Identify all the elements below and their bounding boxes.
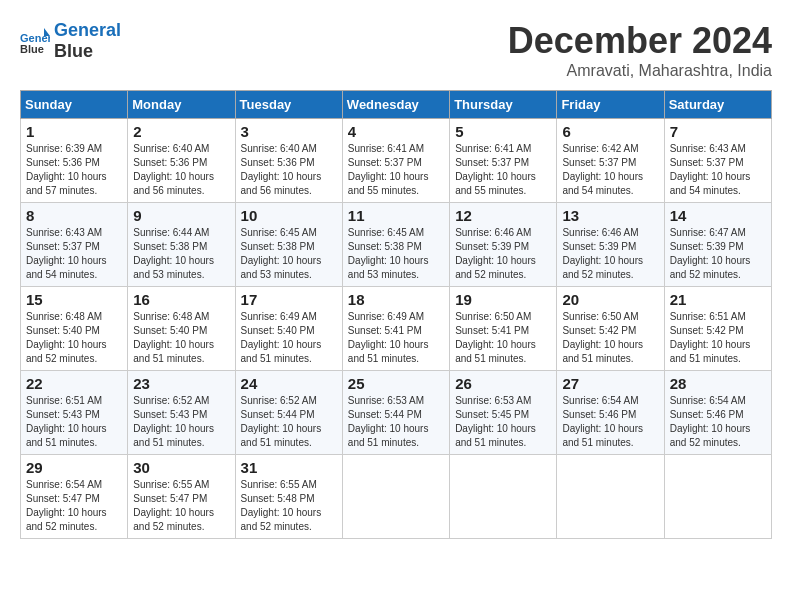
table-row: 2 Sunrise: 6:40 AM Sunset: 5:36 PM Dayli… xyxy=(128,119,235,203)
day-info: Sunrise: 6:47 AM Sunset: 5:39 PM Dayligh… xyxy=(670,226,766,282)
day-info: Sunrise: 6:49 AM Sunset: 5:41 PM Dayligh… xyxy=(348,310,444,366)
logo-line2: Blue xyxy=(54,41,121,62)
table-row: 21 Sunrise: 6:51 AM Sunset: 5:42 PM Dayl… xyxy=(664,287,771,371)
day-number: 18 xyxy=(348,291,444,308)
day-info: Sunrise: 6:46 AM Sunset: 5:39 PM Dayligh… xyxy=(562,226,658,282)
day-number: 30 xyxy=(133,459,229,476)
day-number: 5 xyxy=(455,123,551,140)
day-number: 20 xyxy=(562,291,658,308)
day-number: 19 xyxy=(455,291,551,308)
table-row: 8 Sunrise: 6:43 AM Sunset: 5:37 PM Dayli… xyxy=(21,203,128,287)
calendar-header-row: Sunday Monday Tuesday Wednesday Thursday… xyxy=(21,91,772,119)
day-info: Sunrise: 6:54 AM Sunset: 5:46 PM Dayligh… xyxy=(562,394,658,450)
day-info: Sunrise: 6:44 AM Sunset: 5:38 PM Dayligh… xyxy=(133,226,229,282)
table-row xyxy=(342,455,449,539)
col-saturday: Saturday xyxy=(664,91,771,119)
day-info: Sunrise: 6:55 AM Sunset: 5:47 PM Dayligh… xyxy=(133,478,229,534)
table-row: 27 Sunrise: 6:54 AM Sunset: 5:46 PM Dayl… xyxy=(557,371,664,455)
logo-icon: General Blue xyxy=(20,26,50,56)
table-row: 12 Sunrise: 6:46 AM Sunset: 5:39 PM Dayl… xyxy=(450,203,557,287)
day-number: 11 xyxy=(348,207,444,224)
table-row: 20 Sunrise: 6:50 AM Sunset: 5:42 PM Dayl… xyxy=(557,287,664,371)
calendar-week-row: 22 Sunrise: 6:51 AM Sunset: 5:43 PM Dayl… xyxy=(21,371,772,455)
day-number: 4 xyxy=(348,123,444,140)
table-row: 13 Sunrise: 6:46 AM Sunset: 5:39 PM Dayl… xyxy=(557,203,664,287)
day-info: Sunrise: 6:54 AM Sunset: 5:47 PM Dayligh… xyxy=(26,478,122,534)
day-number: 29 xyxy=(26,459,122,476)
day-info: Sunrise: 6:46 AM Sunset: 5:39 PM Dayligh… xyxy=(455,226,551,282)
day-number: 12 xyxy=(455,207,551,224)
month-title: December 2024 xyxy=(508,20,772,62)
day-number: 1 xyxy=(26,123,122,140)
table-row: 26 Sunrise: 6:53 AM Sunset: 5:45 PM Dayl… xyxy=(450,371,557,455)
table-row: 18 Sunrise: 6:49 AM Sunset: 5:41 PM Dayl… xyxy=(342,287,449,371)
col-thursday: Thursday xyxy=(450,91,557,119)
day-number: 16 xyxy=(133,291,229,308)
table-row: 29 Sunrise: 6:54 AM Sunset: 5:47 PM Dayl… xyxy=(21,455,128,539)
calendar-week-row: 1 Sunrise: 6:39 AM Sunset: 5:36 PM Dayli… xyxy=(21,119,772,203)
calendar-week-row: 8 Sunrise: 6:43 AM Sunset: 5:37 PM Dayli… xyxy=(21,203,772,287)
day-number: 23 xyxy=(133,375,229,392)
day-info: Sunrise: 6:50 AM Sunset: 5:42 PM Dayligh… xyxy=(562,310,658,366)
calendar-week-row: 29 Sunrise: 6:54 AM Sunset: 5:47 PM Dayl… xyxy=(21,455,772,539)
day-info: Sunrise: 6:51 AM Sunset: 5:43 PM Dayligh… xyxy=(26,394,122,450)
day-info: Sunrise: 6:43 AM Sunset: 5:37 PM Dayligh… xyxy=(26,226,122,282)
table-row xyxy=(664,455,771,539)
day-info: Sunrise: 6:51 AM Sunset: 5:42 PM Dayligh… xyxy=(670,310,766,366)
day-number: 31 xyxy=(241,459,337,476)
table-row: 25 Sunrise: 6:53 AM Sunset: 5:44 PM Dayl… xyxy=(342,371,449,455)
day-number: 14 xyxy=(670,207,766,224)
day-info: Sunrise: 6:50 AM Sunset: 5:41 PM Dayligh… xyxy=(455,310,551,366)
day-number: 25 xyxy=(348,375,444,392)
day-info: Sunrise: 6:41 AM Sunset: 5:37 PM Dayligh… xyxy=(455,142,551,198)
calendar-table: Sunday Monday Tuesday Wednesday Thursday… xyxy=(20,90,772,539)
page-header: General Blue General Blue December 2024 … xyxy=(20,20,772,80)
day-number: 15 xyxy=(26,291,122,308)
day-info: Sunrise: 6:55 AM Sunset: 5:48 PM Dayligh… xyxy=(241,478,337,534)
day-info: Sunrise: 6:40 AM Sunset: 5:36 PM Dayligh… xyxy=(241,142,337,198)
day-number: 13 xyxy=(562,207,658,224)
day-number: 22 xyxy=(26,375,122,392)
day-info: Sunrise: 6:54 AM Sunset: 5:46 PM Dayligh… xyxy=(670,394,766,450)
table-row xyxy=(450,455,557,539)
table-row: 7 Sunrise: 6:43 AM Sunset: 5:37 PM Dayli… xyxy=(664,119,771,203)
table-row: 17 Sunrise: 6:49 AM Sunset: 5:40 PM Dayl… xyxy=(235,287,342,371)
table-row: 22 Sunrise: 6:51 AM Sunset: 5:43 PM Dayl… xyxy=(21,371,128,455)
col-monday: Monday xyxy=(128,91,235,119)
day-info: Sunrise: 6:42 AM Sunset: 5:37 PM Dayligh… xyxy=(562,142,658,198)
svg-text:Blue: Blue xyxy=(20,43,44,55)
day-info: Sunrise: 6:45 AM Sunset: 5:38 PM Dayligh… xyxy=(241,226,337,282)
col-tuesday: Tuesday xyxy=(235,91,342,119)
location-subtitle: Amravati, Maharashtra, India xyxy=(508,62,772,80)
table-row: 6 Sunrise: 6:42 AM Sunset: 5:37 PM Dayli… xyxy=(557,119,664,203)
col-sunday: Sunday xyxy=(21,91,128,119)
day-info: Sunrise: 6:48 AM Sunset: 5:40 PM Dayligh… xyxy=(133,310,229,366)
title-block: December 2024 Amravati, Maharashtra, Ind… xyxy=(508,20,772,80)
day-info: Sunrise: 6:45 AM Sunset: 5:38 PM Dayligh… xyxy=(348,226,444,282)
day-number: 7 xyxy=(670,123,766,140)
day-info: Sunrise: 6:53 AM Sunset: 5:45 PM Dayligh… xyxy=(455,394,551,450)
day-info: Sunrise: 6:48 AM Sunset: 5:40 PM Dayligh… xyxy=(26,310,122,366)
day-number: 2 xyxy=(133,123,229,140)
table-row: 30 Sunrise: 6:55 AM Sunset: 5:47 PM Dayl… xyxy=(128,455,235,539)
table-row: 31 Sunrise: 6:55 AM Sunset: 5:48 PM Dayl… xyxy=(235,455,342,539)
col-friday: Friday xyxy=(557,91,664,119)
day-number: 6 xyxy=(562,123,658,140)
day-number: 17 xyxy=(241,291,337,308)
day-number: 27 xyxy=(562,375,658,392)
table-row: 10 Sunrise: 6:45 AM Sunset: 5:38 PM Dayl… xyxy=(235,203,342,287)
day-number: 26 xyxy=(455,375,551,392)
table-row: 15 Sunrise: 6:48 AM Sunset: 5:40 PM Dayl… xyxy=(21,287,128,371)
day-info: Sunrise: 6:40 AM Sunset: 5:36 PM Dayligh… xyxy=(133,142,229,198)
table-row: 23 Sunrise: 6:52 AM Sunset: 5:43 PM Dayl… xyxy=(128,371,235,455)
table-row: 9 Sunrise: 6:44 AM Sunset: 5:38 PM Dayli… xyxy=(128,203,235,287)
day-number: 21 xyxy=(670,291,766,308)
logo-line1: General xyxy=(54,20,121,41)
table-row: 3 Sunrise: 6:40 AM Sunset: 5:36 PM Dayli… xyxy=(235,119,342,203)
calendar-week-row: 15 Sunrise: 6:48 AM Sunset: 5:40 PM Dayl… xyxy=(21,287,772,371)
table-row: 5 Sunrise: 6:41 AM Sunset: 5:37 PM Dayli… xyxy=(450,119,557,203)
day-number: 10 xyxy=(241,207,337,224)
table-row: 4 Sunrise: 6:41 AM Sunset: 5:37 PM Dayli… xyxy=(342,119,449,203)
table-row: 14 Sunrise: 6:47 AM Sunset: 5:39 PM Dayl… xyxy=(664,203,771,287)
table-row: 1 Sunrise: 6:39 AM Sunset: 5:36 PM Dayli… xyxy=(21,119,128,203)
